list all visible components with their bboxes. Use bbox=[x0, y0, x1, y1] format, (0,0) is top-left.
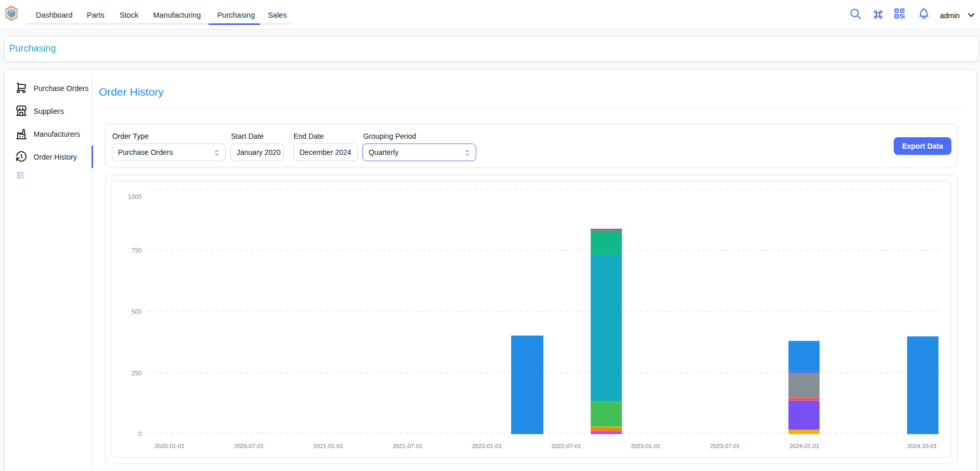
svg-text:750: 750 bbox=[132, 247, 142, 255]
svg-text:2021-01-01: 2021-01-01 bbox=[313, 443, 343, 449]
svg-text:250: 250 bbox=[132, 370, 142, 377]
svg-text:2024-10-01: 2024-10-01 bbox=[907, 443, 937, 449]
svg-text:1000: 1000 bbox=[128, 193, 142, 201]
svg-text:500: 500 bbox=[132, 308, 142, 316]
svg-text:2024-01-01: 2024-01-01 bbox=[789, 443, 819, 449]
svg-text:2021-07-01: 2021-07-01 bbox=[393, 443, 422, 449]
svg-text:2020-01-01: 2020-01-01 bbox=[154, 443, 184, 449]
svg-text:2023-01-01: 2023-01-01 bbox=[631, 443, 660, 449]
svg-text:2023-07-01: 2023-07-01 bbox=[710, 443, 740, 449]
svg-text:2020-07-01: 2020-07-01 bbox=[234, 443, 264, 449]
svg-text:2022-07-01: 2022-07-01 bbox=[551, 443, 581, 449]
svg-text:0: 0 bbox=[138, 430, 142, 438]
svg-text:2022-01-01: 2022-01-01 bbox=[472, 443, 502, 449]
